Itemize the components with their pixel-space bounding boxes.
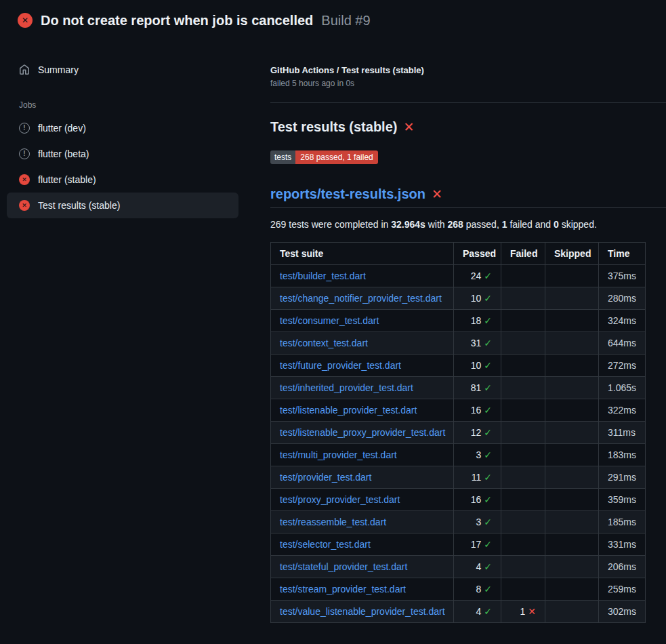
test-suite-link[interactable]: test/multi_provider_test.dart [280, 449, 397, 460]
table-row: test/proxy_provider_test.dart16✓359ms [271, 489, 646, 511]
section-title: Test results (stable) ✕ [270, 119, 666, 135]
build-title: Do not create report when job is cancell… [41, 13, 313, 28]
passed-cell: 81✓ [454, 377, 501, 399]
breadcrumb: GitHub Actions / Test results (stable) [270, 65, 666, 75]
table-row: test/builder_test.dart24✓375ms [271, 265, 646, 287]
passed-cell: 8✓ [454, 578, 501, 601]
table-row: test/selector_test.dart17✓331ms [271, 534, 646, 556]
suite-cell: test/listenable_provider_test.dart [271, 399, 454, 422]
build-header: ✕ Do not create report when job is cance… [0, 0, 666, 39]
time-cell: 302ms [599, 601, 646, 623]
cancelled-icon: ! [19, 148, 30, 159]
time-cell: 311ms [599, 422, 646, 444]
suite-cell: test/change_notifier_provider_test.dart [271, 287, 454, 310]
failed-cell [501, 287, 545, 310]
test-suite-link[interactable]: test/reassemble_test.dart [280, 517, 386, 527]
check-icon: ✓ [484, 472, 492, 483]
test-suite-link[interactable]: test/listenable_proxy_provider_test.dart [280, 427, 445, 438]
test-suite-link[interactable]: test/future_provider_test.dart [280, 360, 401, 371]
skipped-cell [545, 399, 599, 422]
table-row: test/listenable_provider_test.dart16✓322… [271, 399, 646, 422]
sidebar-item-flutter-stable[interactable]: ✕ flutter (stable) [7, 167, 238, 193]
suite-cell: test/stateful_provider_test.dart [271, 556, 454, 578]
test-suite-link[interactable]: test/change_notifier_provider_test.dart [280, 293, 442, 304]
sidebar-item-test-results-stable[interactable]: ✕ Test results (stable) [7, 193, 238, 218]
passed-cell: 16✓ [454, 489, 501, 511]
check-icon: ✓ [484, 315, 492, 326]
skipped-cell [545, 601, 599, 623]
suite-cell: test/proxy_provider_test.dart [271, 489, 454, 511]
failed-icon: ✕ [19, 174, 30, 185]
table-row: test/stateful_provider_test.dart4✓206ms [271, 556, 646, 578]
skipped-cell [545, 332, 599, 355]
check-icon: ✓ [484, 382, 492, 393]
sidebar-summary-label: Summary [38, 64, 79, 75]
sidebar-item-flutter-beta[interactable]: ! flutter (beta) [7, 141, 238, 167]
test-suite-link[interactable]: test/stateful_provider_test.dart [280, 561, 407, 572]
table-row: test/listenable_proxy_provider_test.dart… [271, 422, 646, 444]
skipped-cell [545, 534, 599, 556]
test-suite-link[interactable]: test/inherited_provider_test.dart [280, 382, 413, 393]
suite-cell: test/selector_test.dart [271, 534, 454, 556]
test-suite-link[interactable]: test/listenable_provider_test.dart [280, 405, 417, 416]
test-suite-link[interactable]: test/context_test.dart [280, 338, 368, 348]
test-suite-link[interactable]: test/proxy_provider_test.dart [280, 494, 400, 505]
time-cell: 280ms [599, 287, 646, 310]
table-row: test/provider_test.dart11✓291ms [271, 466, 646, 489]
test-suite-link[interactable]: test/provider_test.dart [280, 472, 371, 483]
test-suite-link[interactable]: test/selector_test.dart [280, 539, 371, 550]
table-row: test/change_notifier_provider_test.dart1… [271, 287, 646, 310]
time-cell: 183ms [599, 444, 646, 466]
suite-cell: test/context_test.dart [271, 332, 454, 355]
suite-cell: test/future_provider_test.dart [271, 355, 454, 377]
suite-cell: test/value_listenable_provider_test.dart [271, 601, 454, 623]
suite-cell: test/builder_test.dart [271, 265, 454, 287]
sidebar-item-flutter-dev[interactable]: ! flutter (dev) [7, 115, 238, 141]
failed-cell [501, 511, 545, 534]
test-suite-link[interactable]: test/builder_test.dart [280, 270, 366, 281]
suite-cell: test/reassemble_test.dart [271, 511, 454, 534]
passed-cell: 3✓ [454, 444, 501, 466]
badge-value: 268 passed, 1 failed [295, 150, 377, 164]
suite-cell: test/listenable_proxy_provider_test.dart [271, 422, 454, 444]
table-row: test/reassemble_test.dart3✓185ms [271, 511, 646, 534]
passed-cell: 10✓ [454, 355, 501, 377]
passed-cell: 17✓ [454, 534, 501, 556]
report-link[interactable]: reports/test-results.json [270, 186, 425, 202]
passed-cell: 24✓ [454, 265, 501, 287]
header-skipped: Skipped [545, 243, 599, 265]
suite-cell: test/consumer_test.dart [271, 310, 454, 332]
test-suite-link[interactable]: test/value_listenable_provider_test.dart [280, 606, 445, 617]
check-icon: ✓ [484, 606, 492, 617]
check-icon: ✓ [484, 584, 492, 595]
job-label: flutter (beta) [38, 148, 89, 159]
header-failed: Failed [501, 243, 545, 265]
test-suite-link[interactable]: test/consumer_test.dart [280, 315, 379, 326]
job-label: Test results (stable) [38, 200, 120, 211]
suite-cell: test/stream_provider_test.dart [271, 578, 454, 601]
suite-cell: test/provider_test.dart [271, 466, 454, 489]
tests-badge: tests 268 passed, 1 failed [270, 150, 378, 164]
test-suite-link[interactable]: test/stream_provider_test.dart [280, 584, 406, 595]
header-passed: Passed [454, 243, 501, 265]
check-icon: ✓ [484, 293, 492, 304]
table-row: test/consumer_test.dart18✓324ms [271, 310, 646, 332]
sidebar-item-summary[interactable]: Summary [7, 57, 238, 83]
skipped-cell [545, 377, 599, 399]
failed-icon: ✕ [19, 200, 30, 211]
passed-cell: 16✓ [454, 399, 501, 422]
failed-x-icon: ✕ [432, 188, 442, 201]
passed-cell: 10✓ [454, 287, 501, 310]
summary-line: 269 tests were completed in 32.964s with… [270, 219, 666, 230]
passed-cell: 18✓ [454, 310, 501, 332]
table-row: test/multi_provider_test.dart3✓183ms [271, 444, 646, 466]
check-icon: ✓ [484, 561, 492, 572]
check-icon: ✓ [484, 427, 492, 438]
skipped-cell [545, 511, 599, 534]
skipped-cell [545, 310, 599, 332]
time-cell: 331ms [599, 534, 646, 556]
time-cell: 185ms [599, 511, 646, 534]
results-table: Test suite Passed Failed Skipped Time te… [270, 242, 646, 623]
suite-cell: test/inherited_provider_test.dart [271, 377, 454, 399]
check-icon: ✓ [484, 338, 492, 348]
